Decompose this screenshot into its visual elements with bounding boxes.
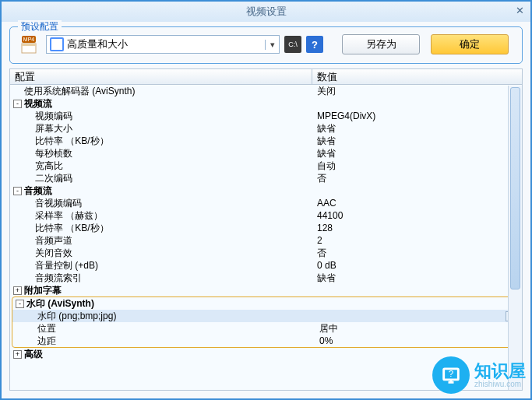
row-label: 水印 (AviSynth) bbox=[26, 297, 94, 311]
row-value: 128 bbox=[317, 223, 333, 233]
vertical-scrollbar[interactable] bbox=[508, 86, 522, 390]
row-value: 缺省 bbox=[317, 122, 336, 135]
mp4-format-icon: MP4 bbox=[16, 32, 41, 57]
property-row[interactable]: 二次编码否 bbox=[10, 172, 522, 184]
row-value: 否 bbox=[317, 247, 326, 260]
property-row[interactable]: 关闭音效否 bbox=[10, 247, 522, 259]
col-header-config[interactable]: 配置 bbox=[10, 69, 312, 84]
property-row[interactable]: 音视频编码AAC bbox=[10, 197, 522, 209]
preset-combo[interactable]: 高质量和大小 ▾ bbox=[46, 35, 280, 54]
row-label: 关闭音效 bbox=[35, 247, 72, 260]
logo-text: 知识屋 bbox=[474, 363, 526, 380]
row-value: 2 bbox=[317, 235, 322, 246]
cmd-icon[interactable]: C:\ bbox=[284, 36, 301, 53]
property-row[interactable]: 边距0% bbox=[12, 335, 520, 347]
ok-button[interactable]: 确定 bbox=[431, 34, 509, 54]
row-label: 屏幕大小 bbox=[35, 122, 72, 135]
svg-rect-1 bbox=[22, 44, 36, 46]
row-value: 0 dB bbox=[317, 260, 336, 271]
property-row[interactable]: 位置居中 bbox=[12, 322, 520, 335]
row-label: 音频声道 bbox=[35, 234, 72, 247]
property-row[interactable]: 音频声道2 bbox=[10, 234, 522, 247]
section-row[interactable]: -音频流 bbox=[10, 184, 522, 197]
row-label: 音量控制 (+dB) bbox=[35, 259, 98, 272]
row-label: 边距 bbox=[37, 335, 56, 348]
row-label: 附加字幕 bbox=[24, 284, 62, 297]
row-value: 居中 bbox=[319, 322, 338, 335]
help-icon[interactable]: ? bbox=[306, 36, 323, 53]
property-row[interactable]: 屏幕大小缺省 bbox=[10, 122, 522, 135]
row-label: 每秒桢数 bbox=[35, 147, 72, 160]
row-value: 自动 bbox=[317, 160, 336, 173]
row-label: 水印 (png;bmp;jpg) bbox=[37, 310, 116, 323]
row-label: 音频流 bbox=[24, 184, 52, 198]
property-row[interactable]: 比特率 （KB/秒）缺省 bbox=[10, 135, 522, 147]
row-value: 缺省 bbox=[317, 272, 336, 285]
row-label: 位置 bbox=[37, 322, 56, 335]
row-value: 缺省 bbox=[317, 135, 336, 148]
row-value: 缺省 bbox=[317, 147, 336, 160]
property-row[interactable]: 音频流索引缺省 bbox=[10, 272, 522, 284]
row-value: 否 bbox=[317, 172, 326, 185]
property-row[interactable]: 使用系统解码器 (AviSynth)关闭 bbox=[10, 85, 522, 97]
property-row[interactable]: 宽高比自动 bbox=[10, 160, 522, 172]
row-label: 音频流索引 bbox=[35, 272, 82, 285]
preset-selected-text: 高质量和大小 bbox=[67, 37, 265, 51]
property-row[interactable]: 比特率 （KB/秒）128 bbox=[10, 222, 522, 234]
property-row[interactable]: 音量控制 (+dB)0 dB bbox=[10, 259, 522, 272]
row-value: 关闭 bbox=[317, 85, 336, 98]
section-row[interactable]: -水印 (AviSynth) bbox=[12, 297, 520, 310]
row-label: 音视频编码 bbox=[35, 197, 82, 210]
col-header-value[interactable]: 数值 bbox=[312, 69, 522, 84]
titlebar: 视频设置 ✕ bbox=[2, 2, 530, 22]
row-value: MPEG4(DivX) bbox=[317, 111, 375, 121]
row-label: 比特率 （KB/秒） bbox=[35, 135, 109, 148]
row-value: AAC bbox=[317, 198, 336, 209]
close-icon[interactable]: ✕ bbox=[516, 5, 524, 16]
section-row[interactable]: +附加字幕 bbox=[10, 284, 522, 296]
logo-icon: ? bbox=[432, 356, 470, 394]
row-label: 宽高比 bbox=[35, 160, 63, 173]
row-label: 二次编码 bbox=[35, 172, 72, 185]
settings-grid: 配置 数值 使用系统解码器 (AviSynth)关闭-视频流视频编码MPEG4(… bbox=[9, 68, 523, 391]
film-icon bbox=[50, 37, 64, 51]
expand-icon[interactable]: + bbox=[13, 350, 22, 359]
svg-text:?: ? bbox=[449, 368, 454, 378]
collapse-icon[interactable]: - bbox=[16, 300, 24, 308]
preset-legend: 预设配置 bbox=[18, 20, 62, 33]
row-label: 视频流 bbox=[24, 97, 52, 111]
expand-icon[interactable]: + bbox=[13, 286, 22, 295]
property-row[interactable]: 采样率 （赫兹）44100 bbox=[10, 209, 522, 222]
logo-subtext: zhishiwu.com bbox=[474, 380, 526, 388]
grid-header: 配置 数值 bbox=[10, 69, 522, 85]
row-label: 视频编码 bbox=[35, 110, 72, 123]
row-label: 比特率 （KB/秒） bbox=[35, 222, 109, 235]
preset-panel: 预设配置 MP4 高质量和大小 ▾ C:\ ? 另存为 确定 bbox=[9, 26, 523, 64]
row-label: 采样率 （赫兹） bbox=[35, 209, 103, 223]
section-row[interactable]: -视频流 bbox=[10, 97, 522, 110]
scrollbar-thumb[interactable] bbox=[510, 87, 520, 289]
row-label: 使用系统解码器 (AviSynth) bbox=[24, 85, 135, 98]
row-value: 0% bbox=[319, 335, 333, 346]
row-label: 高级 bbox=[24, 348, 43, 361]
save-as-button[interactable]: 另存为 bbox=[342, 34, 420, 54]
property-row[interactable]: 视频编码MPEG4(DivX) bbox=[10, 110, 522, 122]
row-value: 44100 bbox=[317, 210, 343, 221]
window-title: 视频设置 bbox=[246, 5, 287, 19]
chevron-down-icon[interactable]: ▾ bbox=[265, 40, 279, 50]
property-row[interactable]: 水印 (png;bmp;jpg).. bbox=[12, 310, 520, 322]
site-watermark: ? 知识屋 zhishiwu.com bbox=[432, 356, 526, 394]
property-row[interactable]: 每秒桢数缺省 bbox=[10, 147, 522, 160]
collapse-icon[interactable]: - bbox=[13, 187, 22, 195]
collapse-icon[interactable]: - bbox=[13, 100, 22, 108]
